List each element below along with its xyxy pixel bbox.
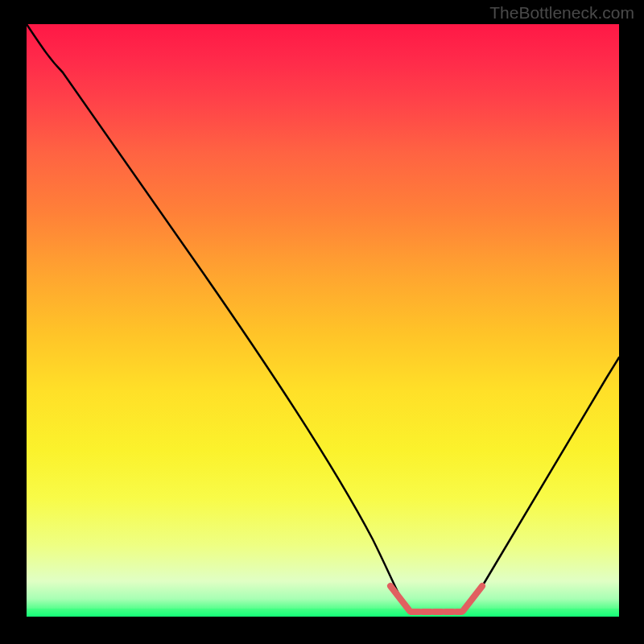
- main-curve-line: [27, 24, 619, 612]
- highlight-seg-left: [390, 586, 410, 611]
- watermark-text: TheBottleneck.com: [489, 3, 634, 23]
- curve-svg: [27, 24, 619, 617]
- highlight-seg-right: [463, 586, 482, 611]
- plot-area: [27, 24, 619, 617]
